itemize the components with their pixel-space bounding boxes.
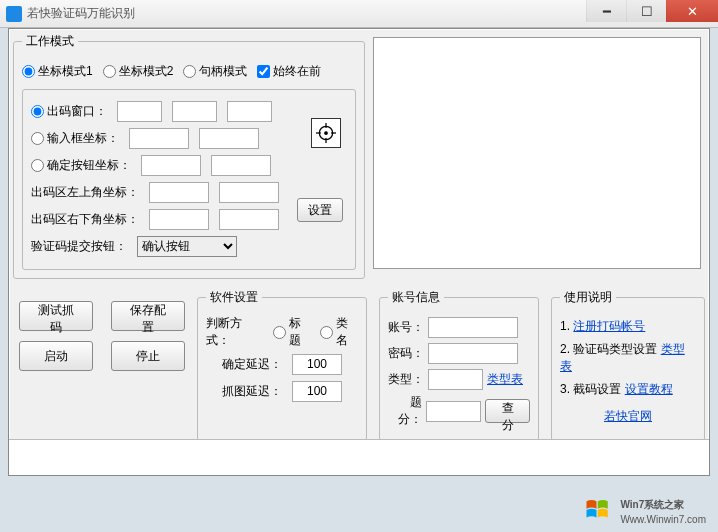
pass-input[interactable] xyxy=(428,343,518,364)
workmode-legend: 工作模式 xyxy=(22,33,78,50)
out-br-label: 出码区右下角坐标： xyxy=(31,211,139,228)
user-label: 账号： xyxy=(388,319,424,336)
window-controls: ━ ☐ ✕ xyxy=(586,0,718,27)
help-group: 使用说明 1. 注册打码帐号 2. 验证码类型设置 类型表 3. 截码设置 设置… xyxy=(551,289,705,441)
out-br-y[interactable] xyxy=(219,209,279,230)
always-on-top[interactable]: 始终在前 xyxy=(257,63,321,80)
type-input[interactable] xyxy=(428,369,483,390)
judge-label: 判断方式： xyxy=(206,315,263,349)
window-title: 若快验证码万能识别 xyxy=(27,5,586,22)
out-tl-label: 出码区左上角坐标： xyxy=(31,184,139,201)
out-tl-x[interactable] xyxy=(149,182,209,203)
stop-button[interactable]: 停止 xyxy=(111,341,185,371)
submit-btn-select[interactable]: 确认按钮 xyxy=(137,236,237,257)
test-capture-button[interactable]: 测试抓码 xyxy=(19,301,93,331)
workmode-opt2[interactable]: 坐标模式2 xyxy=(103,63,174,80)
out-window-y[interactable] xyxy=(172,101,217,122)
input-coord-radio[interactable]: 输入框坐标： xyxy=(31,130,119,147)
out-window-x[interactable] xyxy=(117,101,162,122)
type-label: 类型： xyxy=(388,371,424,388)
set-button[interactable]: 设置 xyxy=(297,198,343,222)
windows-logo-icon xyxy=(584,495,614,525)
crosshair-icon[interactable] xyxy=(311,118,341,148)
save-config-button[interactable]: 保存配置 xyxy=(111,301,185,331)
judge-title-radio[interactable]: 标题 xyxy=(273,315,311,349)
coord-group: 出码窗口： 输入框坐标： 确定按钮坐标： xyxy=(22,89,356,270)
confirm-coord-y[interactable] xyxy=(211,155,271,176)
svg-point-5 xyxy=(325,132,328,135)
preview-pane xyxy=(373,37,701,269)
confirm-coord-radio[interactable]: 确定按钮坐标： xyxy=(31,157,131,174)
software-settings-legend: 软件设置 xyxy=(206,289,262,306)
footer-branding: Win7系统之家 Www.Winwin7.com xyxy=(584,495,706,526)
input-coord-y[interactable] xyxy=(199,128,259,149)
judge-class-radio[interactable]: 类名 xyxy=(320,315,358,349)
account-legend: 账号信息 xyxy=(388,289,444,306)
workmode-opt3[interactable]: 句柄模式 xyxy=(183,63,247,80)
confirm-coord-x[interactable] xyxy=(141,155,201,176)
client-area: 工作模式 坐标模式1 坐标模式2 句柄模式 始终在前 出码窗口： 输入框 xyxy=(8,28,710,476)
type-link[interactable]: 类型表 xyxy=(487,371,523,388)
maximize-button[interactable]: ☐ xyxy=(626,0,666,22)
confirm-delay-label: 确定延迟： xyxy=(222,356,282,373)
confirm-delay-input[interactable] xyxy=(292,354,342,375)
help-legend: 使用说明 xyxy=(560,289,616,306)
app-icon xyxy=(6,6,22,22)
score-button[interactable]: 查分 xyxy=(485,399,530,423)
capture-delay-label: 抓图延迟： xyxy=(222,383,282,400)
footer-url: Www.Winwin7.com xyxy=(620,514,706,525)
start-button[interactable]: 启动 xyxy=(19,341,93,371)
workmode-group: 工作模式 坐标模式1 坐标模式2 句柄模式 始终在前 出码窗口： 输入框 xyxy=(13,33,365,279)
score-label: 题分： xyxy=(388,394,422,428)
close-button[interactable]: ✕ xyxy=(666,0,718,22)
user-input[interactable] xyxy=(428,317,518,338)
capture-delay-input[interactable] xyxy=(292,381,342,402)
submit-btn-label: 验证码提交按钮： xyxy=(31,238,127,255)
software-settings-group: 软件设置 判断方式： 标题 类名 确定延迟： 抓图延迟： xyxy=(197,289,367,441)
score-input[interactable] xyxy=(426,401,481,422)
minimize-button[interactable]: ━ xyxy=(586,0,626,22)
account-group: 账号信息 账号： 密码： 类型：类型表 题分：查分 xyxy=(379,289,539,441)
out-window-radio[interactable]: 出码窗口： xyxy=(31,103,107,120)
official-site-link[interactable]: 若快官网 xyxy=(604,409,652,423)
tutorial-link[interactable]: 设置教程 xyxy=(625,382,673,396)
log-area[interactable] xyxy=(9,439,709,475)
titlebar: 若快验证码万能识别 ━ ☐ ✕ xyxy=(0,0,718,28)
out-br-x[interactable] xyxy=(149,209,209,230)
out-tl-y[interactable] xyxy=(219,182,279,203)
input-coord-x[interactable] xyxy=(129,128,189,149)
pass-label: 密码： xyxy=(388,345,424,362)
out-window-z[interactable] xyxy=(227,101,272,122)
workmode-opt1[interactable]: 坐标模式1 xyxy=(22,63,93,80)
register-link[interactable]: 注册打码帐号 xyxy=(573,319,645,333)
